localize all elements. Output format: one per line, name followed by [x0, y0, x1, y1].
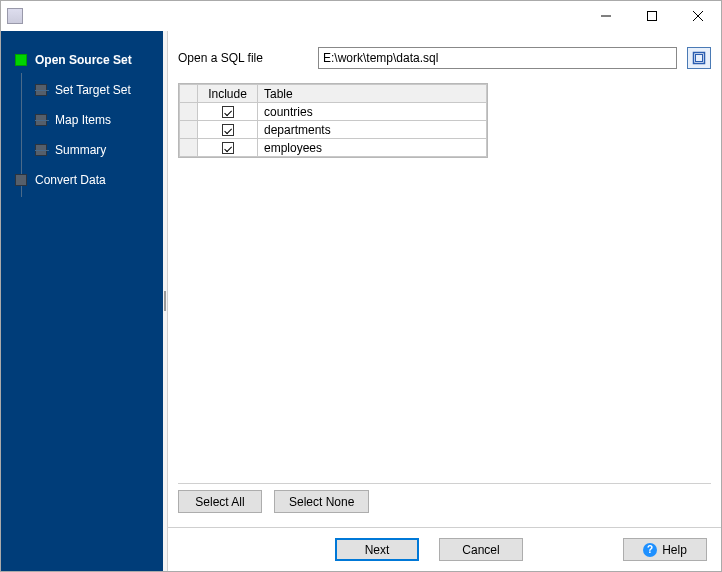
- cancel-button[interactable]: Cancel: [439, 538, 523, 561]
- help-button[interactable]: ? Help: [623, 538, 707, 561]
- step-open-source-set[interactable]: Open Source Set: [15, 45, 163, 75]
- table-row[interactable]: countries: [180, 103, 487, 121]
- open-file-icon: [692, 51, 706, 65]
- step-label: Convert Data: [35, 173, 106, 187]
- maximize-button[interactable]: [629, 1, 675, 31]
- browse-button[interactable]: [687, 47, 711, 69]
- help-label: Help: [662, 543, 687, 557]
- step-marker-icon: [15, 174, 27, 186]
- row-header-blank: [180, 85, 198, 103]
- column-header-include[interactable]: Include: [198, 85, 258, 103]
- sql-file-path-input[interactable]: [318, 47, 677, 69]
- column-header-table[interactable]: Table: [258, 85, 487, 103]
- wizard-sidebar: Open Source Set Set Target Set Map Items…: [1, 31, 163, 571]
- minimize-button[interactable]: [583, 1, 629, 31]
- step-marker-icon: [15, 54, 27, 66]
- svg-rect-5: [696, 55, 703, 62]
- step-label: Summary: [55, 143, 106, 157]
- app-icon: [7, 8, 23, 24]
- step-label: Set Target Set: [55, 83, 131, 97]
- row-header[interactable]: [180, 103, 198, 121]
- table-name-cell[interactable]: countries: [258, 103, 487, 121]
- step-map-items[interactable]: Map Items: [35, 105, 163, 135]
- select-none-button[interactable]: Select None: [274, 490, 369, 513]
- open-file-label: Open a SQL file: [178, 51, 308, 65]
- main-panel: Open a SQL file Include: [167, 31, 721, 571]
- close-button[interactable]: [675, 1, 721, 31]
- row-header[interactable]: [180, 121, 198, 139]
- row-header[interactable]: [180, 139, 198, 157]
- table-name-cell[interactable]: departments: [258, 121, 487, 139]
- table-row[interactable]: employees: [180, 139, 487, 157]
- step-set-target-set[interactable]: Set Target Set: [35, 75, 163, 105]
- tables-grid: Include Table countries: [178, 83, 488, 158]
- window-controls: [583, 1, 721, 31]
- table-name-cell[interactable]: employees: [258, 139, 487, 157]
- titlebar: [1, 1, 721, 31]
- help-icon: ?: [643, 543, 657, 557]
- select-all-button[interactable]: Select All: [178, 490, 262, 513]
- table-row[interactable]: departments: [180, 121, 487, 139]
- svg-rect-1: [648, 12, 657, 21]
- step-label: Map Items: [55, 113, 111, 127]
- step-summary[interactable]: Summary: [35, 135, 163, 165]
- next-button[interactable]: Next: [335, 538, 419, 561]
- wizard-window: Open Source Set Set Target Set Map Items…: [0, 0, 722, 572]
- step-convert-data[interactable]: Convert Data: [15, 165, 163, 195]
- wizard-footer: Next Cancel ? Help: [168, 527, 721, 571]
- include-checkbox[interactable]: [222, 106, 234, 118]
- step-label: Open Source Set: [35, 53, 132, 67]
- include-checkbox[interactable]: [222, 124, 234, 136]
- include-checkbox[interactable]: [222, 142, 234, 154]
